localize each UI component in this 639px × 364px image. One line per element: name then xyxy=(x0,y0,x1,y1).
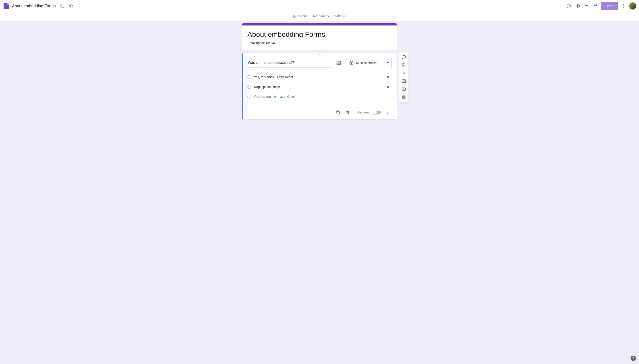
svg-point-11 xyxy=(623,4,624,5)
svg-point-10 xyxy=(577,5,579,7)
help-icon[interactable]: ? xyxy=(630,356,636,361)
add-option-placeholder[interactable]: Add option xyxy=(254,94,271,98)
svg-point-9 xyxy=(570,6,570,6)
import-questions-icon[interactable] xyxy=(400,61,408,69)
account-avatar[interactable] xyxy=(629,2,636,10)
add-section-icon[interactable] xyxy=(400,93,408,101)
add-image-icon[interactable] xyxy=(400,77,408,85)
option-label[interactable]: Yes, this article is awesome! xyxy=(254,75,382,79)
duplicate-icon[interactable] xyxy=(333,108,342,117)
svg-rect-15 xyxy=(337,112,339,114)
separator xyxy=(355,109,355,116)
more-menu-icon[interactable] xyxy=(619,2,628,10)
question-more-icon[interactable] xyxy=(383,108,392,117)
svg-point-12 xyxy=(623,6,624,6)
svg-point-6 xyxy=(568,6,568,6)
multiple-choice-icon xyxy=(349,61,353,65)
add-option-row: Add option or add "Other" xyxy=(247,92,392,102)
svg-rect-5 xyxy=(6,7,8,7)
option-radio-icon xyxy=(247,94,251,98)
add-image-to-question-icon[interactable] xyxy=(334,58,343,67)
undo-icon[interactable] xyxy=(582,2,591,10)
drag-handle-icon[interactable] xyxy=(318,54,321,56)
option-row: Nope, please help! xyxy=(247,82,392,92)
app-bar: About embedding Forms Send xyxy=(0,0,639,12)
option-row: Yes, this article is awesome! xyxy=(247,72,392,82)
add-title-icon[interactable] xyxy=(400,69,408,77)
or-label: or xyxy=(274,95,277,98)
form-canvas: About embedding Forms Breaking the 4th w… xyxy=(242,23,397,120)
remove-option-icon[interactable] xyxy=(384,83,392,90)
add-other-link[interactable]: add "Other" xyxy=(280,95,296,98)
svg-rect-23 xyxy=(402,98,405,98)
add-video-icon[interactable] xyxy=(400,85,408,93)
tab-responses[interactable]: Responses xyxy=(310,12,331,20)
tab-questions[interactable]: Questions xyxy=(291,12,310,20)
tab-settings[interactable]: Settings xyxy=(331,12,348,20)
add-question-icon[interactable] xyxy=(400,53,408,61)
option-radio-icon xyxy=(247,75,251,79)
question-type-label: Multiple choice xyxy=(356,61,384,65)
chevron-down-icon xyxy=(387,62,389,64)
svg-rect-14 xyxy=(337,61,341,65)
question-type-select[interactable]: Multiple choice xyxy=(346,58,392,68)
svg-point-16 xyxy=(387,111,388,112)
remove-option-icon[interactable] xyxy=(384,74,392,81)
required-label: Required xyxy=(358,110,370,114)
svg-rect-22 xyxy=(402,96,405,96)
star-icon[interactable] xyxy=(67,2,76,10)
question-title-input[interactable] xyxy=(247,58,331,68)
svg-rect-4 xyxy=(5,7,6,7)
svg-rect-2 xyxy=(5,6,6,6)
form-description[interactable]: Breaking the 4th wall xyxy=(247,41,392,45)
svg-rect-20 xyxy=(402,80,405,82)
svg-point-13 xyxy=(623,7,624,8)
svg-point-7 xyxy=(568,5,569,5)
send-button[interactable]: Send xyxy=(601,2,618,10)
forms-logo-icon[interactable] xyxy=(4,3,9,9)
move-to-folder-icon[interactable] xyxy=(58,2,67,10)
form-header-card[interactable]: About embedding Forms Breaking the 4th w… xyxy=(242,23,397,50)
form-title[interactable]: About embedding Forms xyxy=(247,30,392,38)
main-tabs: Questions Responses Settings xyxy=(0,12,639,20)
divider xyxy=(247,105,392,105)
svg-point-8 xyxy=(569,5,570,5)
preview-icon[interactable] xyxy=(573,2,582,10)
redo-icon[interactable] xyxy=(591,2,600,10)
customize-theme-icon[interactable] xyxy=(564,2,573,10)
required-toggle[interactable] xyxy=(373,111,381,114)
option-radio-icon xyxy=(247,85,251,89)
svg-point-18 xyxy=(387,113,388,114)
svg-rect-3 xyxy=(6,6,8,6)
svg-rect-1 xyxy=(6,5,8,5)
question-card[interactable]: Multiple choice Yes, this article is awe… xyxy=(242,53,397,120)
delete-icon[interactable] xyxy=(343,108,352,117)
svg-point-17 xyxy=(387,112,388,113)
side-toolbar xyxy=(399,52,409,102)
workspace: About embedding Forms Breaking the 4th w… xyxy=(0,20,639,364)
option-label[interactable]: Nope, please help! xyxy=(254,85,382,88)
question-footer: Required xyxy=(247,107,392,118)
svg-rect-0 xyxy=(5,5,6,5)
doc-title[interactable]: About embedding Forms xyxy=(12,4,56,8)
